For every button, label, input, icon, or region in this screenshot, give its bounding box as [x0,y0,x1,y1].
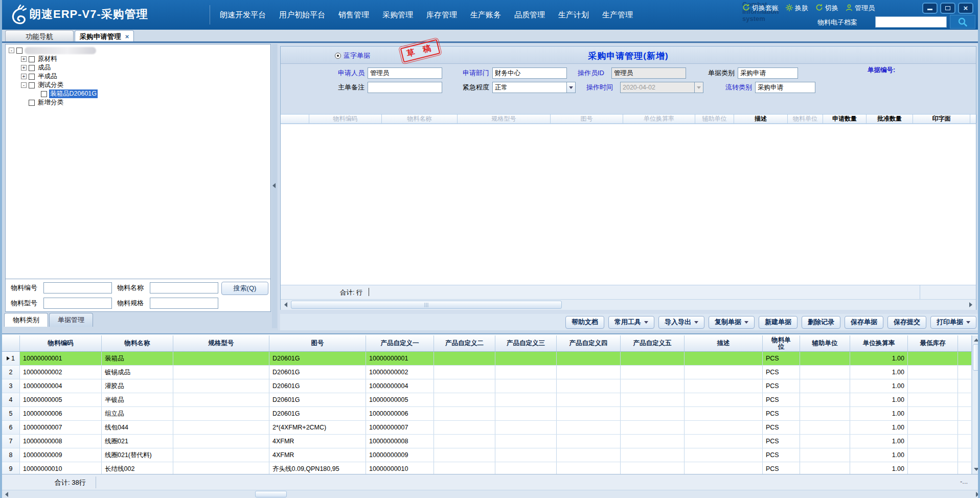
collapse-arrow-icon[interactable] [272,183,276,188]
toolbar-button-打印单据[interactable]: 打印单据 [930,316,976,329]
menu-item-8[interactable]: 生产计划 [558,10,589,20]
menu-item-5[interactable]: 库存管理 [426,10,457,20]
detail-col-row-indicator[interactable] [281,115,309,123]
close-button[interactable]: × [958,3,973,14]
menu-item-1[interactable]: 朗速开发平台 [220,10,266,20]
toolbar-button-新建单据[interactable]: 新建单据 [759,316,797,329]
tab-功能导航[interactable]: 功能导航 [5,30,74,42]
quick-action-切换套账[interactable]: 切换套账 [742,4,779,13]
menu-item-4[interactable]: 采购管理 [382,10,413,20]
tree-expander-icon[interactable]: + [21,56,27,62]
scrollbar-thumb[interactable] [291,301,562,309]
table-row-7[interactable]: 710000000008线圈0214XFMR10000000008PCS1.00 [2,435,972,448]
toolbar-button-帮助文档[interactable]: 帮助文档 [565,316,604,329]
col-header-物料单位[interactable]: 物料单位 [763,335,800,351]
material-name-input[interactable] [150,282,218,293]
table-row-9[interactable]: 910000000010长结线002齐头线0.09,QPN180,9510000… [2,462,972,474]
tree-node-label[interactable]: 装箱品D20601G [49,89,98,98]
scroll-right-icon[interactable] [973,491,980,497]
detail-col-图号[interactable]: 图号 [551,115,623,123]
menu-item-2[interactable]: 用户初始平台 [279,10,325,20]
left-tab-单据管理[interactable]: 单据管理 [49,313,93,327]
menu-item-3[interactable]: 销售管理 [338,10,369,20]
more-button[interactable]: -... [960,478,968,485]
table-row-1[interactable]: 110000000001装箱品D20601G10000000001PCS1.00 [2,352,972,366]
tree-expander-icon[interactable]: - [21,82,27,88]
detail-col-规格型号[interactable]: 规格型号 [458,115,551,123]
window-horizontal-scrollbar[interactable] [2,490,980,498]
toolbar-button-删除记录[interactable]: 删除记录 [802,316,840,329]
detail-col-单位换算率[interactable]: 单位换算率 [623,115,695,123]
toolbar-button-导入导出[interactable]: 导入导出 [658,316,704,329]
field-input-流转类别[interactable]: 采购申请 [755,82,815,93]
detail-horizontal-scrollbar[interactable] [281,299,976,310]
search-button[interactable]: 搜索(Q) [221,282,268,295]
table-row-5[interactable]: 510000000006组立品D20601G10000000006PCS1.00 [2,407,972,421]
tree-checkbox[interactable] [29,74,35,80]
col-header-产品自定义一[interactable]: 产品自定义一 [366,335,434,351]
minimize-button[interactable] [922,3,938,14]
menu-item-7[interactable]: 品质管理 [514,10,545,20]
col-header-物料编码[interactable]: 物料编码 [20,335,102,351]
menu-item-9[interactable]: 生产管理 [602,10,633,20]
col-header-产品自定义四[interactable]: 产品自定义四 [557,335,621,351]
toolbar-button-保存提交[interactable]: 保存提交 [887,316,926,329]
dropdown-arrow-icon[interactable] [567,82,576,93]
table-row-6[interactable]: 610000000007线包0442*(4XFMR+2CMC)100000000… [2,421,972,435]
table-row-3[interactable]: 310000000004灌胶品D20601G10000000004PCS1.00 [2,379,972,393]
detail-col-批准数量[interactable]: 批准数量 [867,115,913,123]
col-header-row-marker[interactable] [2,335,20,351]
materials-vertical-scrollbar[interactable] [972,335,980,474]
scroll-right-icon[interactable] [967,301,975,309]
col-header-单位换算率[interactable]: 单位换算率 [850,335,908,351]
scrollbar-thumb[interactable] [255,491,287,497]
tree-node-label[interactable]: 测试分类 [37,81,64,89]
table-row-8[interactable]: 810000000009线圈021(替代料)4XFMR10000000009PC… [2,448,972,462]
field-input-申请部门[interactable]: 财务中心 [492,67,567,79]
toolbar-button-保存单据[interactable]: 保存单据 [845,316,883,329]
maximize-button[interactable] [940,3,955,14]
detail-col-物料编码[interactable]: 物料编码 [309,115,382,123]
menu-item-6[interactable]: 生产账务 [470,10,501,20]
toolbar-button-常用工具[interactable]: 常用工具 [608,316,654,329]
toolbar-button-复制单据[interactable]: 复制单据 [709,316,755,329]
tree-checkbox[interactable] [29,100,35,106]
top-search-input[interactable] [875,16,947,28]
table-row-4[interactable]: 410000000005半镀品D20601G10000000005PCS1.00 [2,393,972,407]
panel-splitter[interactable] [272,44,277,328]
scroll-up-icon[interactable] [972,336,980,344]
tree-node-label[interactable]: 半成品 [37,72,58,81]
col-header-产品自定义二[interactable]: 产品自定义二 [434,335,495,351]
col-header-辅助单位[interactable]: 辅助单位 [800,335,850,351]
quick-action-换肤[interactable]: 换肤 [786,4,808,13]
tree-checkbox[interactable] [29,56,35,62]
material-spec-input[interactable] [150,298,218,309]
col-header-图号[interactable]: 图号 [269,335,366,351]
top-search-button[interactable] [950,15,975,29]
scroll-left-icon[interactable] [282,301,290,309]
detail-col-物料名称[interactable]: 物料名称 [382,115,458,123]
tree-expander-icon[interactable]: - [9,48,14,53]
scroll-down-icon[interactable] [972,465,980,473]
tree-expander-icon[interactable]: + [21,74,27,79]
col-header-规格型号[interactable]: 规格型号 [173,335,269,351]
detail-col-印字面[interactable]: 印字面 [913,115,970,123]
detail-col-物料单位[interactable]: 物料单位 [788,115,823,123]
field-input-单据类别[interactable]: 采购申请 [738,67,798,79]
tree-checkbox[interactable] [29,82,35,88]
tree-node-label[interactable]: 新增分类 [37,98,64,107]
col-header-物料名称[interactable]: 物料名称 [102,335,173,351]
scrollbar-thumb[interactable] [973,344,979,371]
tree-checkbox[interactable] [16,48,22,54]
scroll-left-icon[interactable] [3,491,11,497]
tree-node-label[interactable]: 原材料 [37,55,58,63]
detail-grid-body[interactable] [281,124,976,285]
col-header-描述[interactable]: 描述 [685,335,763,351]
col-header-产品自定义三[interactable]: 产品自定义三 [495,335,557,351]
material-model-input[interactable] [43,298,112,309]
detail-col-辅助单位[interactable]: 辅助单位 [695,115,734,123]
table-row-2[interactable]: 210000000002镀锡成品D20601G10000000002PCS1.0… [2,366,972,379]
col-header-最低库存[interactable]: 最低库存 [908,335,958,351]
tree-checkbox[interactable] [41,91,47,97]
tree-node-label[interactable]: 成品 [37,63,52,72]
